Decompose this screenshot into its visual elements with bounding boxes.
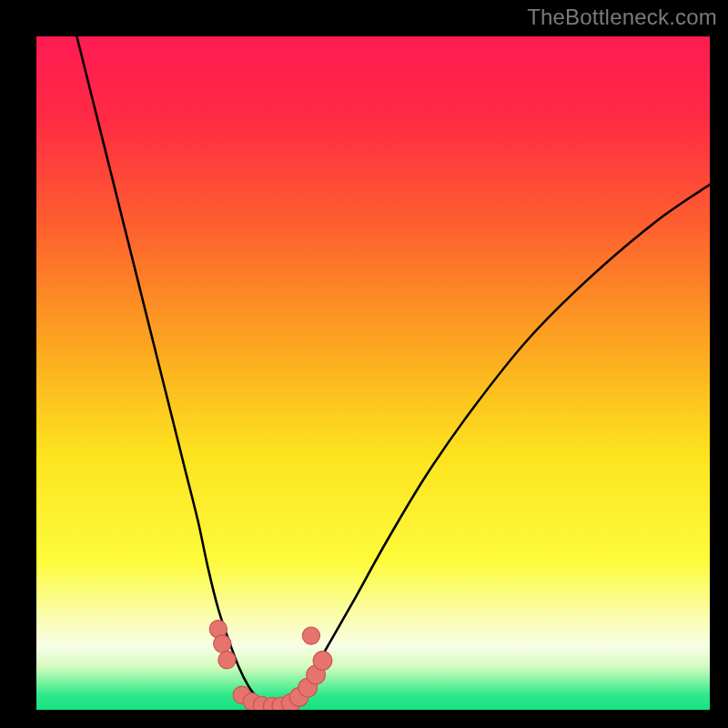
data-marker (218, 652, 236, 669)
plot-area (36, 36, 710, 710)
data-marker (302, 627, 319, 644)
attribution-text: TheBottleneck.com (527, 5, 717, 30)
left-curve (76, 36, 258, 700)
chart-frame: TheBottleneck.com (0, 0, 728, 728)
right-curve (292, 185, 710, 700)
data-marker (313, 652, 332, 671)
curves-layer (36, 36, 710, 710)
data-markers (209, 621, 332, 710)
data-marker (214, 635, 231, 652)
